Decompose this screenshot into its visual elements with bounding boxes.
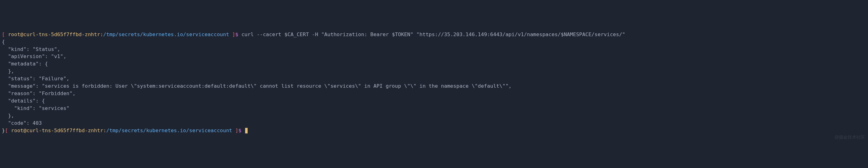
- prompt-line-1: [ root@curl-tns-5d65f7ffbd-znhtr:/tmp/se…: [2, 32, 625, 37]
- user-host: root@curl-tns-5d65f7ffbd-znhtr: [11, 128, 103, 133]
- output-line: "kind": "services": [2, 105, 866, 112]
- bracket-open: [: [5, 128, 11, 133]
- colon: :: [103, 128, 106, 133]
- bracket-open: [: [2, 32, 8, 37]
- cursor: [245, 128, 248, 133]
- output-line: "kind": "Status",: [2, 46, 866, 53]
- output-line: }: [2, 128, 5, 133]
- output-line: "reason": "Forbidden",: [2, 90, 866, 97]
- colon: :: [100, 32, 103, 37]
- cwd-path: /tmp/secrets/kubernetes.io/serviceaccoun…: [103, 32, 229, 37]
- output-line: "status": "Failure",: [2, 75, 866, 82]
- terminal[interactable]: [ root@curl-tns-5d65f7ffbd-znhtr:/tmp/se…: [2, 31, 866, 134]
- command-text: curl --cacert $CA_CERT -H "Authorization…: [241, 32, 625, 37]
- prompt-line-2: [ root@curl-tns-5d65f7ffbd-znhtr:/tmp/se…: [5, 128, 248, 133]
- prompt-dollar: $: [238, 128, 245, 133]
- output-line: "code": 403: [2, 120, 866, 127]
- user-host: root@curl-tns-5d65f7ffbd-znhtr: [8, 32, 100, 37]
- output-line: "apiVersion": "v1",: [2, 53, 866, 60]
- output-line: },: [2, 112, 866, 120]
- prompt-dollar: $: [235, 32, 241, 37]
- output-line: "message": "services is forbidden: User …: [2, 82, 866, 90]
- output-line: "metadata": {: [2, 60, 866, 68]
- watermark: @掘金技术社区: [835, 134, 865, 140]
- cwd-path: /tmp/secrets/kubernetes.io/serviceaccoun…: [106, 128, 232, 133]
- output-line: {: [2, 38, 866, 46]
- output-line: },: [2, 68, 866, 75]
- bracket-close: ]: [232, 128, 238, 133]
- bracket-close: ]: [229, 32, 235, 37]
- output-line: "details": {: [2, 97, 866, 105]
